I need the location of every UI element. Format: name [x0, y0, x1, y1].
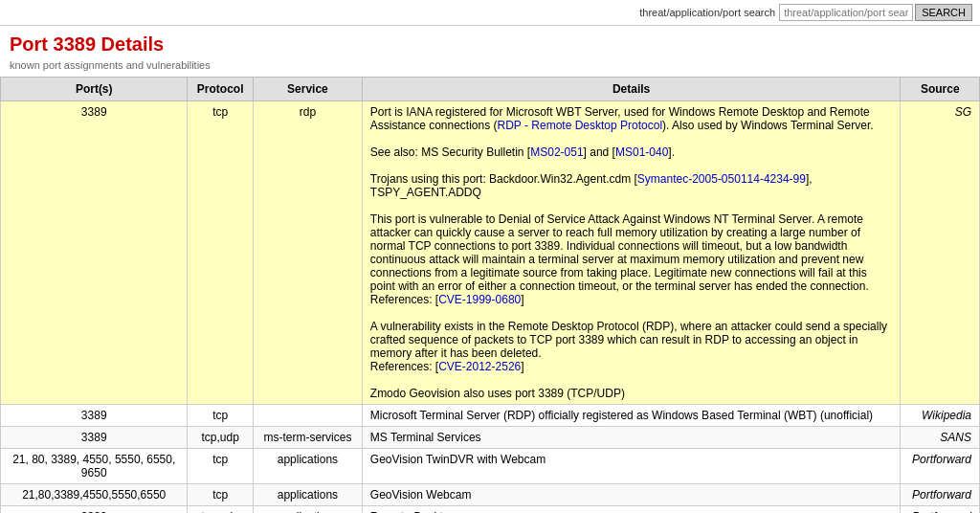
source-cell: Portforward — [901, 506, 980, 514]
details-cell: GeoVision Webcam — [362, 484, 901, 506]
ms02-link[interactable]: MS02-051 — [530, 145, 583, 159]
cve-2012-link[interactable]: CVE-2012-2526 — [438, 360, 521, 373]
search-button[interactable]: SEARCH — [915, 4, 972, 21]
col-header-protocol: Protocol — [188, 78, 254, 101]
cve-1999-link[interactable]: CVE-1999-0680 — [438, 293, 521, 306]
ms01-link[interactable]: MS01-040 — [615, 145, 668, 159]
col-header-ports: Port(s) — [1, 78, 188, 101]
search-input[interactable] — [779, 4, 913, 21]
table-row: 21, 80, 3389, 4550, 5550, 6550,9650 tcp … — [1, 449, 980, 484]
col-header-details: Details — [362, 78, 901, 101]
port-cell: 21,80,3389,4550,5550,6550 — [1, 484, 188, 506]
port-cell: 3389 — [1, 427, 188, 449]
port-cell: 21, 80, 3389, 4550, 5550, 6550,9650 — [1, 449, 188, 484]
service-cell: applications — [253, 506, 362, 514]
col-header-source: Source — [901, 78, 980, 101]
protocol-cell: tcp — [188, 484, 254, 506]
details-cell: MS Terminal Services — [362, 427, 901, 449]
service-cell: applications — [253, 484, 362, 506]
service-cell: rdp — [253, 101, 362, 405]
page-title: Port 3389 Details — [10, 33, 970, 56]
port-cell: 3389 — [1, 101, 188, 405]
source-cell: Portforward — [901, 449, 980, 484]
search-label: threat/application/port search — [639, 7, 775, 18]
source-cell: SG — [901, 101, 980, 405]
main-table: Port(s) Protocol Service Details Source … — [0, 77, 980, 513]
page-header: Port 3389 Details — [0, 26, 980, 57]
table-row: 3389 tcp Microsoft Terminal Server (RDP)… — [1, 405, 980, 427]
port-cell: 3389 — [1, 506, 188, 514]
table-row: 21,80,3389,4550,5550,6550 tcp applicatio… — [1, 484, 980, 506]
protocol-cell: tcp — [188, 405, 254, 427]
details-cell: Microsoft Terminal Server (RDP) official… — [362, 405, 901, 427]
details-cell: Port is IANA registered for Microsoft WB… — [362, 101, 901, 405]
details-cell: Remote Desktop — [362, 506, 901, 514]
details-cell: GeoVision TwinDVR with Webcam — [362, 449, 901, 484]
rdp-link[interactable]: RDP - Remote Desktop Protocol — [498, 119, 663, 132]
protocol-cell: tcp,udp — [188, 427, 254, 449]
service-cell: ms-term-services — [253, 427, 362, 449]
col-header-service: Service — [253, 78, 362, 101]
symantec-link[interactable]: Symantec-2005-050114-4234-99 — [637, 172, 806, 186]
service-cell — [253, 405, 362, 427]
source-cell: SANS — [901, 427, 980, 449]
service-cell: applications — [253, 449, 362, 484]
source-cell: Portforward — [901, 484, 980, 506]
protocol-cell: tcp — [188, 101, 254, 405]
table-row: 3389 tcp,udp ms-term-services MS Termina… — [1, 427, 980, 449]
protocol-cell: tcp — [188, 449, 254, 484]
port-cell: 3389 — [1, 405, 188, 427]
protocol-cell: tcp,udp — [188, 506, 254, 514]
source-cell: Wikipedia — [901, 405, 980, 427]
table-row: 3389 tcp,udp applications Remote Desktop… — [1, 506, 980, 514]
table-header-row: Port(s) Protocol Service Details Source — [1, 78, 980, 101]
page-subtitle: known port assignments and vulnerabiliti… — [0, 57, 980, 77]
top-bar: threat/application/port search SEARCH — [0, 0, 980, 26]
table-row: 3389 tcp rdp Port is IANA registered for… — [1, 101, 980, 405]
